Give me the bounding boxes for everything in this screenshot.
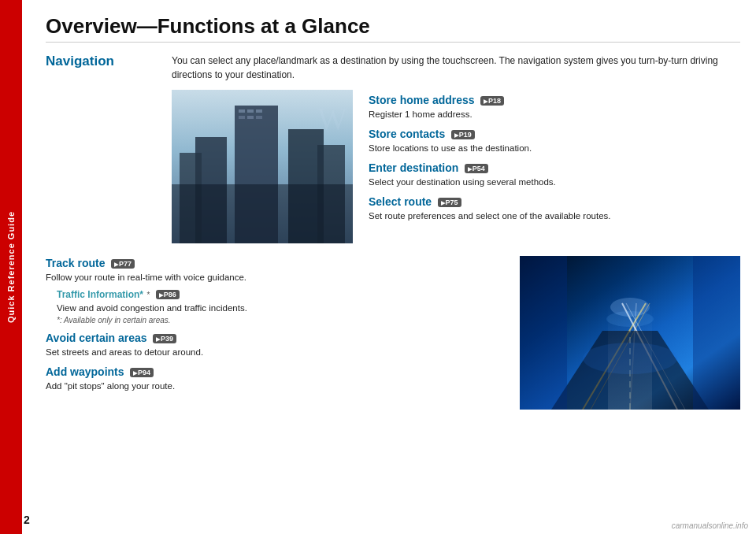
feature-title-store-contacts: Store contacts [369, 128, 445, 140]
page-number: 2 [24, 514, 30, 526]
road-image [520, 256, 740, 410]
feature-title-store-home: Store home address [369, 94, 475, 106]
svg-rect-7 [247, 109, 254, 113]
svg-rect-24 [520, 256, 567, 410]
feature-desc-store-contacts: Store locations to use as the destinatio… [369, 142, 740, 154]
svg-point-22 [583, 343, 677, 374]
feature-title-track-route: Track route [46, 257, 105, 269]
feature-badge-store-home: P18 [480, 96, 504, 106]
navigation-section: Navigation You can select any place/land… [46, 54, 740, 90]
feature-title-avoid-areas: Avoid certain areas [46, 332, 147, 344]
bottom-block: Track route P77 Follow your route in rea… [46, 256, 740, 410]
feature-badge-store-contacts: P19 [451, 130, 475, 139]
main-content: Overview—Functions at a Glance Navigatio… [22, 0, 756, 534]
feature-desc-select-route: Set route preferences and select one of … [369, 210, 740, 222]
feature-badge-add-waypoints: P94 [130, 368, 154, 377]
feature-avoid-areas: Avoid certain areas P39 Set streets and … [46, 331, 504, 358]
feature-desc-add-waypoints: Add "pit stops" along your route. [46, 380, 504, 392]
feature-select-route: Select route P75 Set route preferences a… [369, 195, 740, 222]
feature-store-contacts: Store contacts P19 Store locations to us… [369, 127, 740, 154]
feature-title-add-waypoints: Add waypoints [46, 365, 124, 378]
sub-feature-note-traffic: *: Available only in certain areas. [57, 316, 504, 324]
svg-point-26 [610, 298, 650, 317]
svg-rect-8 [256, 109, 262, 113]
section-heading: Navigation [46, 54, 172, 69]
feature-badge-avoid-areas: P39 [153, 334, 176, 343]
sub-feature-badge-traffic: P86 [156, 290, 180, 299]
feature-desc-avoid-areas: Set streets and areas to detour around. [46, 346, 504, 358]
watermark: carmanualsonline.info [672, 521, 748, 530]
feature-title-enter-dest: Enter destination [369, 161, 458, 174]
page-title: Overview—Functions at a Glance [46, 14, 740, 43]
features-list: Store home address P18 Register 1 home a… [369, 90, 740, 243]
feature-enter-destination: Enter destination P54 Select your destin… [369, 161, 740, 188]
svg-rect-6 [239, 109, 245, 113]
svg-rect-11 [256, 116, 262, 119]
feature-badge-track-route: P77 [111, 259, 135, 269]
feature-track-route: Track route P77 Follow your route in rea… [46, 256, 504, 324]
feature-desc-enter-dest: Select your destination using several me… [369, 176, 740, 188]
feature-title-select-route: Select route [369, 195, 432, 208]
feature-desc-store-home: Register 1 home address. [369, 108, 740, 121]
feature-badge-enter-dest: P54 [465, 164, 488, 173]
svg-rect-10 [247, 116, 254, 119]
svg-rect-12 [172, 184, 353, 243]
feature-store-home: Store home address P18 Register 1 home a… [369, 93, 740, 121]
building-image: W [172, 90, 353, 243]
feature-badge-select-route: P75 [438, 198, 461, 207]
sub-feature-traffic: Traffic Information* * P86 View and avoi… [57, 287, 504, 324]
svg-text:W: W [317, 101, 347, 136]
sidebar-label: Quick Reference Guide [6, 211, 16, 323]
feature-desc-track-route: Follow your route in real-time with voic… [46, 271, 504, 284]
bottom-features: Track route P77 Follow your route in rea… [46, 256, 504, 410]
sub-feature-title-traffic: Traffic Information* [57, 289, 143, 300]
sub-feature-desc-traffic: View and avoid congestion and traffic in… [57, 302, 504, 314]
sidebar: Quick Reference Guide [0, 0, 22, 534]
svg-point-23 [606, 311, 654, 327]
section-intro: You can select any place/landmark as a d… [172, 54, 740, 82]
top-block: W Store home address P18 Register 1 home… [172, 90, 740, 243]
svg-rect-9 [239, 116, 245, 119]
svg-line-19 [630, 303, 636, 410]
feature-add-waypoints: Add waypoints P94 Add "pit stops" along … [46, 365, 504, 392]
svg-rect-25 [693, 256, 740, 410]
